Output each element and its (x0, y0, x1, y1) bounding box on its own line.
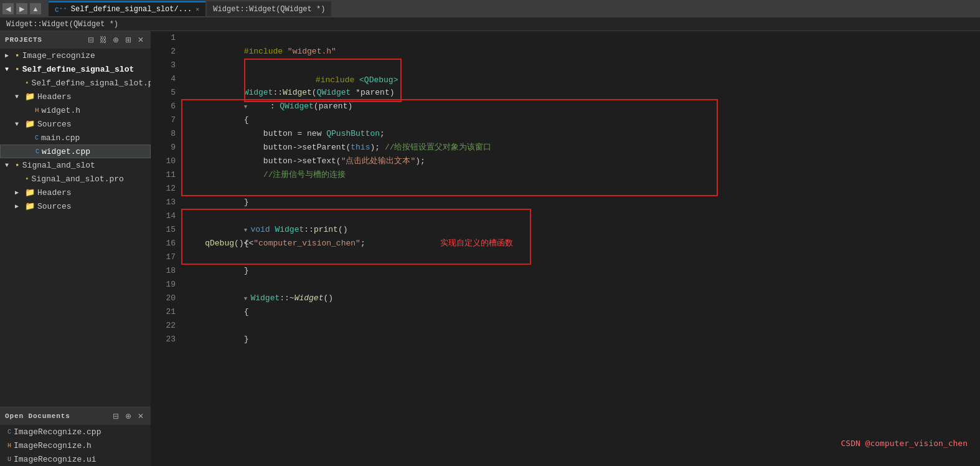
open-doc-label: ImageRecognize.ui (14, 455, 97, 464)
sidebar-item-widget-cpp[interactable]: C widget.cpp (0, 145, 151, 158)
arrow-icon: ▼ (5, 66, 12, 73)
open-docs-close[interactable]: ✕ (136, 411, 146, 421)
open-doc-label: ImageRecognize.h (14, 441, 92, 450)
token-parens19: () (323, 293, 333, 303)
token-semi16: ; (360, 237, 365, 250)
open-doc-item-imagerecognize-h[interactable]: H ImageRecognize.h (0, 439, 151, 452)
sidebar-filter-button[interactable]: ⊟ (86, 35, 96, 45)
file-icon-cpp: C (35, 135, 39, 141)
sidebar-item-image-recognize[interactable]: ▶ ▪ Image_recognize (0, 49, 151, 62)
token-include2: #include (316, 75, 359, 85)
sidebar-item-sources-2[interactable]: ▶ 📁 Sources (0, 199, 151, 213)
line-num-21: 21 (151, 305, 181, 319)
arrow-icon: ▶ (5, 52, 12, 59)
token-close-brace22: } (244, 335, 249, 344)
sidebar-item-headers-2[interactable]: ▶ 📁 Headers (0, 186, 151, 199)
line-num-16: 16 (151, 237, 181, 250)
sidebar-item-label: Sources (37, 202, 72, 211)
token-string16: "computer_vision_chen" (253, 237, 360, 250)
sidebar-item-self-define[interactable]: ▼ ▪ Self_define_signal_slot (0, 62, 151, 76)
file-icon-cpp: C (7, 429, 11, 435)
sidebar-close-button[interactable]: ✕ (136, 35, 146, 45)
collapse-arrow-5: ▼ (244, 104, 251, 110)
line-num-19: 19 (151, 278, 181, 292)
open-documents-section: Open Documents ⊟ ⊕ ✕ C ImageRecognize.cp… (0, 407, 151, 466)
token-parens14: () (338, 225, 348, 234)
token-indent8: button->setParent( (244, 143, 351, 152)
project-icon: ▪ (15, 51, 20, 60)
main-layout: PROJECTS ⊟ ⛓ ⊕ ⊞ ✕ ▶ ▪ Image_recognize ▼… (0, 31, 980, 466)
line-num-1: 1 (151, 31, 181, 45)
folder-icon: 📁 (25, 119, 35, 129)
breadcrumb: Widget::Widget(QWidget *) (0, 17, 980, 31)
sidebar-item-signal-slot[interactable]: ▼ ▪ Signal_and_slot (0, 158, 151, 172)
token-paren16: ()<< (234, 237, 253, 250)
sidebar-item-pro-self[interactable]: ▪ Self_define_signal_slot.pro (0, 76, 151, 90)
line-num-3: 3 (151, 59, 181, 72)
sidebar-collapse-button[interactable]: ⊕ (111, 35, 121, 45)
code-inner: #include "widget.h" #include <QDebug> Wi… (181, 31, 980, 346)
sidebar-item-main-cpp[interactable]: C main.cpp (0, 131, 151, 145)
token-scope14: :: (304, 225, 314, 234)
line-num-12: 12 (151, 182, 181, 196)
token-semi7: ; (380, 129, 385, 138)
open-docs-icon-1[interactable]: ⊟ (111, 411, 121, 421)
sidebar-link-button[interactable]: ⛓ (98, 35, 108, 45)
token-close-brace17: } (244, 266, 249, 275)
line-numbers: 1 2 3 4 5 6 7 8 9 10 11 12 13 14 15 16 1… (151, 31, 181, 466)
tab-bar: C⁺⁺ Self_define_signal_slot/... ✕ Widget… (49, 1, 978, 16)
tab-widget-widget[interactable]: Widget::Widget(QWidget *) (207, 1, 331, 16)
code-line-12: } (186, 182, 975, 196)
sidebar-item-widget-h[interactable]: H widget.h (0, 103, 151, 117)
open-doc-item-imagerecognize-ui[interactable]: U ImageRecognize.ui (0, 452, 151, 466)
token-close-brace12: } (244, 197, 249, 207)
token-string9: "点击此处输出文本" (341, 156, 416, 166)
token-indent7: button = new (244, 129, 327, 138)
open-doc-label: ImageRecognize.cpp (14, 427, 101, 437)
line-num-20: 20 (151, 292, 181, 305)
open-docs-icon-2[interactable]: ⊕ (123, 411, 133, 421)
collapse-arrow-19: ▼ (244, 296, 251, 302)
token-indent5: : (250, 102, 280, 111)
sidebar-item-pro-signal[interactable]: ▪ Signal_and_slot.pro (0, 172, 151, 186)
sidebar-item-headers-1[interactable]: ▼ 📁 Headers (0, 90, 151, 103)
arrow-icon: ▶ (15, 202, 22, 210)
sidebar-item-label: Image_recognize (22, 51, 95, 60)
token-qdebug16: qDebug (205, 237, 234, 250)
watermark-text: CSDN @computer_vision_chen (841, 439, 968, 448)
sidebar-header: PROJECTS ⊟ ⛓ ⊕ ⊞ ✕ (0, 31, 151, 49)
open-doc-item-imagerecognize-cpp[interactable]: C ImageRecognize.cpp (0, 425, 151, 439)
sidebar-item-sources-1[interactable]: ▼ 📁 Sources (0, 117, 151, 131)
code-scroll[interactable]: #include "widget.h" #include <QDebug> Wi… (181, 31, 980, 466)
sidebar-item-label: Self_define_signal_slot (22, 65, 134, 74)
sidebar-item-label: Headers (37, 92, 72, 102)
token-indent16 (186, 237, 205, 250)
token-qdebug: <QDebug> (359, 75, 398, 85)
arrow-icon: ▼ (5, 162, 12, 169)
file-icon-pro: ▪ (25, 79, 29, 87)
line-num-8: 8 (151, 127, 181, 141)
sidebar-expand-button[interactable]: ⊞ (123, 35, 133, 45)
line-num-13: 13 (151, 196, 181, 209)
token-widget14: Widget (275, 225, 304, 234)
top-bar: ◀ ▶ ▲ C⁺⁺ Self_define_signal_slot/... ✕ … (0, 0, 980, 17)
token-comment8: //给按钮设置父对象为该窗口 (385, 143, 492, 152)
arrow-icon: ▼ (15, 121, 22, 128)
code-line-13 (186, 196, 975, 209)
open-documents-title: Open Documents (5, 412, 70, 420)
nav-forward-button[interactable]: ▶ (16, 3, 27, 14)
nav-up-button[interactable]: ▲ (30, 3, 41, 14)
tab-close-button[interactable]: ✕ (196, 6, 199, 13)
sidebar-item-label: widget.h (42, 106, 80, 115)
tab-self-define[interactable]: C⁺⁺ Self_define_signal_slot/... ✕ (49, 1, 205, 16)
nav-back-button[interactable]: ◀ (2, 3, 14, 14)
open-docs-icons: ⊟ ⊕ ✕ (111, 411, 146, 421)
code-line-23 (186, 333, 975, 346)
line-num-14: 14 (151, 209, 181, 223)
line-num-18: 18 (151, 264, 181, 278)
folder-icon: 📁 (25, 188, 35, 197)
line-num-6: 6 (151, 100, 181, 113)
collapse-arrow-14: ▼ (244, 227, 251, 234)
sidebar-item-label: Signal_and_slot (22, 161, 95, 170)
tab-label-self-define: Self_define_signal_slot/... (71, 5, 192, 14)
